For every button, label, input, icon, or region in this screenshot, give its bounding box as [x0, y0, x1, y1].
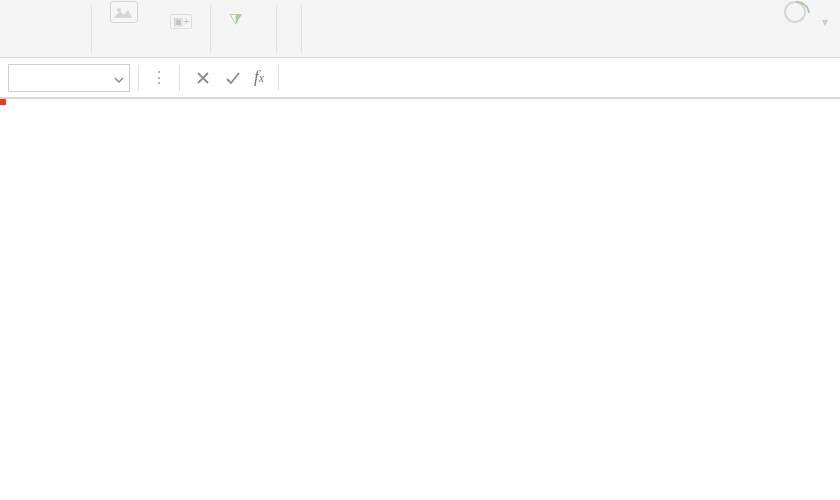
ribbon-group-label-illustrations	[110, 33, 192, 55]
ribbon-group-addins: ⧩	[211, 3, 276, 57]
ribbon-group-charts-extra	[277, 3, 301, 57]
pie-chart-icon[interactable]	[784, 1, 806, 23]
chevron-down-icon[interactable]	[113, 72, 125, 84]
divider	[278, 65, 279, 91]
formula-input[interactable]	[287, 64, 840, 92]
highlight-box	[0, 99, 6, 105]
ribbon-group-charts: ▾	[766, 1, 840, 57]
ribbon-group-label-charts	[784, 33, 828, 55]
chart-dropdown-icon[interactable]: ▾	[822, 15, 828, 29]
formula-bar-row: ⋮ fx	[0, 58, 840, 98]
cancel-button[interactable]	[188, 64, 218, 92]
name-box[interactable]	[8, 64, 130, 92]
addins-icon[interactable]: ⧩	[229, 11, 242, 29]
more-icon[interactable]: ⋮	[147, 68, 171, 87]
divider	[138, 65, 139, 91]
svg-point-0	[117, 8, 121, 12]
pictures-icon[interactable]	[110, 1, 138, 23]
enter-button[interactable]	[218, 64, 248, 92]
screenshot-icon[interactable]: ▣+	[170, 14, 192, 29]
ribbon-group-tables	[55, 3, 91, 57]
divider	[179, 65, 180, 91]
ribbon-group-illustrations: ▣+	[92, 1, 210, 57]
ribbon-separator	[301, 5, 302, 53]
spreadsheet-grid[interactable]	[0, 98, 840, 99]
fx-icon[interactable]: fx	[248, 67, 270, 89]
ribbon-group-label-addins	[229, 33, 258, 55]
ribbon: ▣+ ⧩ ▾	[0, 0, 840, 58]
